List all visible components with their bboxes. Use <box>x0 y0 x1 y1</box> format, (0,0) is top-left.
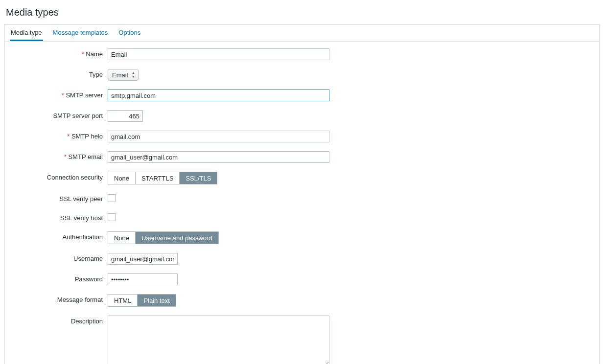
username-label: Username <box>73 255 103 262</box>
authentication-none[interactable]: None <box>108 232 136 244</box>
select-arrows-icon: ▲▼ <box>131 70 136 79</box>
smtp-helo-input[interactable] <box>108 131 329 142</box>
password-label: Password <box>75 275 103 283</box>
smtp-email-label: SMTP email <box>64 153 103 160</box>
tab-media-type[interactable]: Media type <box>10 25 43 41</box>
password-input[interactable] <box>108 273 178 285</box>
message-format-html[interactable]: HTML <box>108 295 138 306</box>
page-title: Media types <box>6 7 600 18</box>
smtp-helo-label: SMTP helo <box>67 133 103 140</box>
name-label: Name <box>82 50 103 58</box>
ssl-verify-host-label: SSL verify host <box>60 214 103 222</box>
message-format-group: HTML Plain text <box>108 294 176 307</box>
conn-security-none[interactable]: None <box>108 172 136 184</box>
authentication-label: Authentication <box>63 233 103 241</box>
message-format-label: Message format <box>57 296 103 303</box>
conn-security-ssltls[interactable]: SSL/TLS <box>180 172 217 184</box>
smtp-server-input[interactable] <box>108 90 329 101</box>
authentication-userpass[interactable]: Username and password <box>136 232 218 244</box>
name-input[interactable] <box>108 48 329 60</box>
message-format-plain[interactable]: Plain text <box>138 295 175 306</box>
type-select[interactable]: Email ▲▼ <box>108 69 139 81</box>
smtp-server-label: SMTP server <box>62 91 103 99</box>
authentication-group: None Username and password <box>108 231 219 244</box>
username-input[interactable] <box>108 253 178 265</box>
tabs-bar: Media type Message templates Options <box>5 25 599 42</box>
smtp-port-label: SMTP server port <box>53 112 103 119</box>
media-type-form: Name Type Email ▲▼ SMTP server <box>5 42 599 364</box>
tab-message-templates[interactable]: Message templates <box>52 25 109 41</box>
smtp-email-input[interactable] <box>108 151 329 163</box>
description-textarea[interactable] <box>108 316 329 364</box>
description-label: Description <box>71 318 103 325</box>
tab-options[interactable]: Options <box>117 25 141 41</box>
conn-security-starttls[interactable]: STARTTLS <box>136 172 180 184</box>
form-panel: Media type Message templates Options Nam… <box>4 24 600 364</box>
ssl-verify-peer-label: SSL verify peer <box>60 195 103 203</box>
conn-security-group: None STARTTLS SSL/TLS <box>108 172 217 184</box>
type-label: Type <box>89 71 103 78</box>
ssl-verify-peer-checkbox[interactable] <box>108 194 116 202</box>
conn-security-label: Connection security <box>47 174 103 181</box>
type-select-value: Email <box>112 71 128 79</box>
smtp-port-input[interactable] <box>108 110 143 122</box>
ssl-verify-host-checkbox[interactable] <box>108 213 116 221</box>
